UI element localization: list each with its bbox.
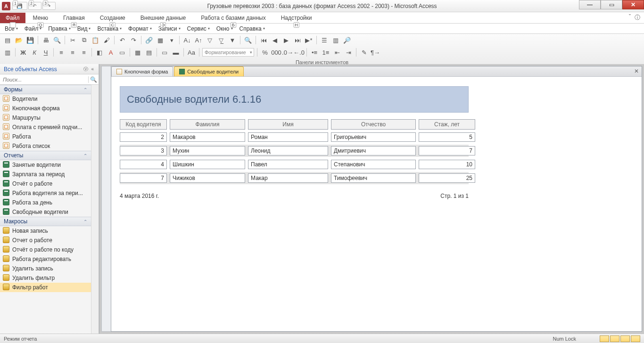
inc-indent-icon[interactable]: ⇥ [344,48,353,57]
preview-icon[interactable]: 🔍 [52,35,62,45]
line-color-icon[interactable]: ▭ [117,48,127,57]
alt-row-icon[interactable]: ▤ [144,48,154,57]
qat-undo-icon[interactable]: ↶2 [28,2,41,10]
maximize-button[interactable]: ▭ [601,0,622,9]
close-button[interactable]: ✕ [622,0,644,9]
view-design-icon[interactable] [631,335,640,342]
sort-asc-icon[interactable]: A↓ [182,35,192,45]
nav-item-new-record[interactable]: Новая запись [0,226,91,236]
next-record-icon[interactable]: ▶ [281,35,291,45]
find-icon[interactable]: 🔍 [243,35,253,45]
gridlines-icon[interactable]: ▦ [133,48,142,57]
link-icon[interactable]: 🔗 [144,35,154,45]
ribbon-collapse-icon[interactable]: ˇ [629,14,631,22]
percent-icon[interactable]: % [260,48,270,57]
nav-item-drivers[interactable]: Водители [0,94,91,104]
menu-view[interactable]: Вид▾ [74,24,94,33]
zoom-icon[interactable]: 🔎 [342,35,352,45]
view-print-icon[interactable] [610,335,619,342]
redo-icon[interactable]: ↷ [129,35,138,45]
tab-free-drivers[interactable]: Свободные водители [174,66,244,76]
align-center-icon[interactable]: ≡ [68,48,77,57]
new-record-icon[interactable]: ▶* [304,35,314,45]
nav-item-payment[interactable]: Оплата с премией подчи... [0,122,91,132]
ribbon-tab-menu[interactable]: МенюQ [25,13,56,23]
nav-header[interactable]: Все объекты Access ⓥ « [0,64,99,74]
nav-item-button-form[interactable]: Кнопочная форма [0,104,91,113]
ribbon-tab-create[interactable]: СозданиеС [92,13,133,23]
record-selector-gutter[interactable] [101,66,111,332]
toggle-filter-icon[interactable]: ▼ [228,35,237,45]
bullets-icon[interactable]: •≡ [310,48,319,57]
sort-desc-icon[interactable]: A↑ [194,35,203,45]
prev-record-icon[interactable]: ◀ [270,35,280,45]
cut-icon[interactable]: ✂ [68,35,77,45]
thousands-icon[interactable]: 000 [272,48,281,57]
search-input[interactable] [0,77,88,82]
select-row-icon[interactable]: ▬ [171,48,181,57]
fill-color-icon[interactable]: ◧ [95,48,104,57]
nav-item-work[interactable]: Работа [0,132,91,141]
chart-icon[interactable]: ▾ [167,35,176,45]
menu-records[interactable]: Записи▾ [156,24,183,33]
save-icon[interactable]: 💾 [25,35,35,45]
last-record-icon[interactable]: ⏭ [293,35,302,45]
nav-group-reports[interactable]: Отчеты⌃ [0,151,91,160]
filter-form-icon[interactable]: ▽̲ [216,35,226,45]
nav-item-work-day[interactable]: Работа за день [0,198,91,207]
view-report-icon[interactable] [600,335,609,342]
numbering-icon[interactable]: 1≡ [321,48,330,57]
nav-item-macro-filter-work[interactable]: Фильтр работ [0,283,91,292]
new-icon[interactable]: ▤ [3,35,12,45]
filter-icon[interactable]: ▽ [205,35,215,45]
underline-icon[interactable]: Ч [41,48,50,57]
nav-item-macro-work-report[interactable]: Отчет о работе [0,236,91,245]
table-row[interactable]: 3 Мухин Леонид Дмитриевич 7 [120,145,469,157]
nav-item-worklist[interactable]: Работа список [0,141,91,151]
menu-edit[interactable]: Правка▾ [45,24,74,33]
copy-icon[interactable]: ⧉ [79,35,89,45]
inc-decimal-icon[interactable]: .0→ [283,48,292,57]
align-right-icon[interactable]: ≡ [79,48,89,57]
nav-item-driver-work-period[interactable]: Работа водителя за пери... [0,188,91,198]
view-icon[interactable]: ▥ [3,48,12,57]
ltr-icon[interactable]: ¶→ [371,48,380,57]
ribbon-tab-external[interactable]: Внешние данныеЭ [133,13,194,23]
help-icon[interactable]: ⓘ [635,14,640,22]
font-color-icon[interactable]: A [106,48,116,57]
minimize-button[interactable]: — [579,0,601,9]
nav-scrollbar[interactable] [91,85,99,334]
dec-indent-icon[interactable]: ⇤ [332,48,342,57]
ribbon-tab-dbtools[interactable]: Работа с базами данныхБ [193,13,273,23]
paste-icon[interactable]: 📋 [91,35,100,45]
menu-help[interactable]: Справка▾ [237,24,268,33]
nav-item-busy-drivers[interactable]: Занятые водители [0,160,91,170]
nav-item-macro-report-bycode[interactable]: Отчёт о работе по коду [0,245,91,254]
ribbon-tab-addins[interactable]: НадстройкиН [273,13,320,23]
print-icon[interactable]: 🖶 [41,35,50,45]
nav-item-work-report[interactable]: Отчёт о работе [0,179,91,188]
table-row[interactable]: 7 Чижиков Макар Тимофеевич 25 [120,172,469,184]
highlight-icon[interactable]: ✎ [359,48,369,57]
db-window-icon[interactable]: ▥ [331,35,340,45]
qat-save-icon[interactable]: 💾1 [12,2,27,10]
nav-item-macro-delete-record[interactable]: Удалить запись [0,264,91,273]
dec-decimal-icon[interactable]: ←.0 [294,48,304,57]
nav-item-routes[interactable]: Маршруты [0,113,91,122]
nav-collapse-icon[interactable]: « [91,66,95,72]
italic-icon[interactable]: К [30,48,39,57]
open-icon[interactable]: 📂 [14,35,24,45]
tab-close-icon[interactable]: ✕ [634,68,639,74]
table-row[interactable]: 2 Макаров Роман Григорьевич 5 [120,132,469,142]
style-combo[interactable]: Форматирование [202,48,254,57]
tab-button-form[interactable]: Кнопочная форма [111,66,173,76]
nav-group-forms[interactable]: Формы⌃ [0,85,91,94]
ribbon-tab-home[interactable]: ГлавнаяЯ [56,13,92,23]
first-record-icon[interactable]: ⏮ [259,35,268,45]
select-all-icon[interactable]: ▭ [160,48,169,57]
menu-format[interactable]: Формат▾ [125,24,155,33]
nav-dropdown-icon[interactable]: ⓥ [83,66,89,72]
qat-redo-icon[interactable]: ↷3 [42,2,56,10]
menu-service[interactable]: Сервис▾ [184,24,213,33]
view-layout-icon[interactable] [620,335,630,342]
